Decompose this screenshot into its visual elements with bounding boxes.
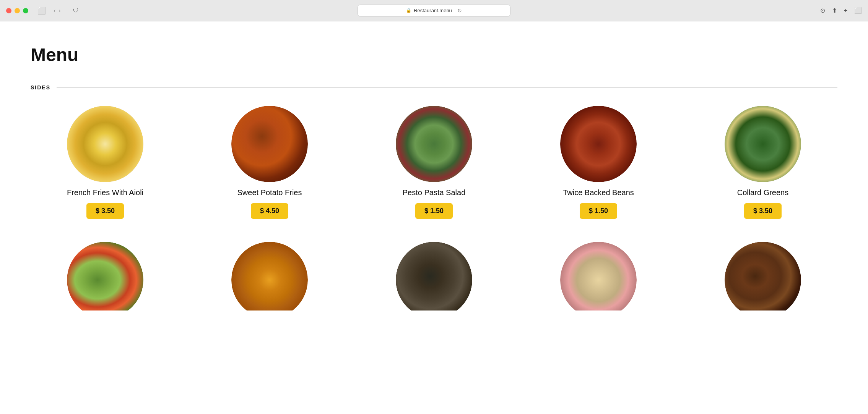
sweet-potato-fries-image xyxy=(231,106,308,182)
back-button[interactable]: ‹ xyxy=(54,7,55,14)
bottom-section xyxy=(31,242,837,310)
bottom-item-3 xyxy=(359,242,509,310)
bottom-photo-4 xyxy=(560,242,637,310)
nav-arrows: ‹ › xyxy=(54,7,61,14)
lock-icon: 🔒 xyxy=(406,8,411,13)
refresh-icon[interactable]: ↻ xyxy=(457,8,462,14)
sides-section-title: SIDES xyxy=(31,84,50,91)
collard-greens-photo xyxy=(725,106,801,182)
pesto-pasta-salad-name: Pesto Pasta Salad xyxy=(403,188,466,197)
french-fries-price: $ 3.50 xyxy=(86,203,124,219)
browser-toolbar: ⬜ ‹ › 🛡 🔒 Restaurant.menu ↻ ⊙ ⬆ + ⬜ xyxy=(0,0,868,21)
address-bar[interactable]: 🔒 Restaurant.menu ↻ xyxy=(358,5,510,17)
download-icon[interactable]: ⊙ xyxy=(820,7,825,14)
pesto-pasta-salad-photo xyxy=(396,106,472,182)
menu-item-collard-greens: Collard Greens $ 3.50 xyxy=(688,106,837,219)
bottom-photo-1 xyxy=(67,242,143,310)
pesto-pasta-salad-price: $ 1.50 xyxy=(415,203,453,219)
bottom-image-3 xyxy=(396,242,472,310)
page-title: Menu xyxy=(31,44,837,65)
tabs-icon[interactable]: ⬜ xyxy=(854,7,862,14)
twice-backed-beans-photo xyxy=(560,106,637,182)
pesto-pasta-salad-image xyxy=(396,106,472,182)
shield-icon: 🛡 xyxy=(73,7,79,14)
collard-greens-image xyxy=(725,106,801,182)
french-fries-photo xyxy=(67,106,143,182)
bottom-item-5 xyxy=(688,242,837,310)
sidebar-toggle-icon[interactable]: ⬜ xyxy=(37,6,46,15)
french-fries-name: French Fries With Aioli xyxy=(67,188,143,197)
bottom-image-2 xyxy=(231,242,308,310)
section-divider xyxy=(57,87,837,88)
sides-section-header: SIDES xyxy=(31,84,837,91)
bottom-photo-2 xyxy=(231,242,308,310)
close-button[interactable] xyxy=(6,8,11,13)
sides-menu-grid: French Fries With Aioli $ 3.50 Sweet Pot… xyxy=(31,106,837,219)
page-content: Menu SIDES French Fries With Aioli $ 3.5… xyxy=(0,21,868,414)
menu-item-french-fries: French Fries With Aioli $ 3.50 xyxy=(31,106,180,219)
french-fries-image xyxy=(67,106,143,182)
bottom-item-1 xyxy=(31,242,180,310)
bottom-image-1 xyxy=(67,242,143,310)
twice-backed-beans-name: Twice Backed Beans xyxy=(563,188,634,197)
bottom-item-4 xyxy=(524,242,673,310)
sweet-potato-fries-price: $ 4.50 xyxy=(251,203,288,219)
traffic-lights xyxy=(6,8,28,13)
bottom-image-5 xyxy=(725,242,801,310)
sweet-potato-fries-photo xyxy=(231,106,308,182)
share-icon[interactable]: ⬆ xyxy=(832,7,837,14)
sweet-potato-fries-name: Sweet Potato Fries xyxy=(237,188,302,197)
menu-item-twice-backed-beans: Twice Backed Beans $ 1.50 xyxy=(524,106,673,219)
menu-item-pesto-pasta-salad: Pesto Pasta Salad $ 1.50 xyxy=(359,106,509,219)
browser-right-controls: ⊙ ⬆ + ⬜ xyxy=(820,7,862,14)
url-text: Restaurant.menu xyxy=(414,8,452,13)
bottom-image-4 xyxy=(560,242,637,310)
collard-greens-price: $ 3.50 xyxy=(744,203,782,219)
twice-backed-beans-price: $ 1.50 xyxy=(580,203,617,219)
menu-item-sweet-potato-fries: Sweet Potato Fries $ 4.50 xyxy=(195,106,344,219)
new-tab-icon[interactable]: + xyxy=(844,7,847,14)
twice-backed-beans-image xyxy=(560,106,637,182)
bottom-photo-5 xyxy=(725,242,801,310)
minimize-button[interactable] xyxy=(15,8,20,13)
forward-button[interactable]: › xyxy=(59,7,60,14)
bottom-menu-row xyxy=(31,242,837,310)
bottom-photo-3 xyxy=(396,242,472,310)
fullscreen-button[interactable] xyxy=(23,8,28,13)
collard-greens-name: Collard Greens xyxy=(737,188,789,197)
bottom-item-2 xyxy=(195,242,344,310)
